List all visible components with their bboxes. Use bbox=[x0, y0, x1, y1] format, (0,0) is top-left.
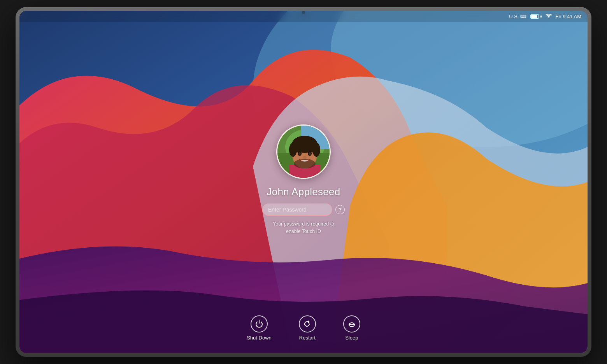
svg-point-19 bbox=[309, 152, 311, 155]
login-container: John Appleseed ? Your password is requir… bbox=[262, 124, 345, 235]
bottom-buttons: Shut Down Restart bbox=[19, 315, 588, 341]
keyboard-layout-label: U.S. bbox=[509, 14, 519, 19]
svg-rect-14 bbox=[292, 143, 318, 152]
battery-tip bbox=[540, 16, 542, 18]
shutdown-button[interactable]: Shut Down bbox=[247, 315, 272, 341]
clock-label: Fri 9:41 AM bbox=[556, 14, 581, 19]
sleep-icon-circle bbox=[343, 315, 360, 332]
help-button[interactable]: ? bbox=[335, 205, 345, 214]
user-avatar bbox=[276, 124, 331, 179]
sleep-label: Sleep bbox=[345, 335, 358, 341]
battery-body bbox=[530, 14, 539, 19]
touch-id-line1: Your password is required to bbox=[273, 220, 334, 228]
sleep-icon bbox=[347, 320, 356, 328]
avatar-image bbox=[277, 126, 331, 179]
battery-fill bbox=[531, 15, 537, 18]
username-label: John Appleseed bbox=[267, 186, 340, 198]
keyboard-layout: U.S. ⌨ bbox=[509, 14, 526, 19]
wifi-indicator bbox=[546, 14, 552, 19]
restart-button[interactable]: Restart bbox=[299, 315, 316, 341]
sleep-button[interactable]: Sleep bbox=[343, 315, 360, 341]
touch-id-hint: Your password is required to enable Touc… bbox=[273, 220, 334, 235]
password-row: ? bbox=[262, 203, 345, 216]
battery-indicator bbox=[530, 14, 542, 19]
svg-marker-22 bbox=[308, 320, 310, 324]
touch-id-line2: enable Touch ID bbox=[273, 228, 334, 235]
shutdown-label: Shut Down bbox=[247, 335, 272, 341]
restart-icon bbox=[303, 320, 312, 328]
svg-point-18 bbox=[298, 152, 301, 155]
keyboard-icon: ⌨ bbox=[520, 14, 526, 19]
clock: Fri 9:41 AM bbox=[556, 14, 581, 19]
restart-icon-circle bbox=[299, 315, 316, 332]
menu-bar: U.S. ⌨ bbox=[19, 11, 588, 22]
laptop-frame: U.S. ⌨ bbox=[16, 7, 591, 357]
power-icon bbox=[255, 320, 263, 328]
restart-label: Restart bbox=[299, 335, 316, 341]
shutdown-icon-circle bbox=[251, 315, 268, 332]
password-input[interactable] bbox=[262, 203, 332, 216]
screen: U.S. ⌨ bbox=[19, 11, 588, 353]
svg-point-20 bbox=[303, 156, 307, 159]
wifi-icon bbox=[546, 14, 552, 19]
